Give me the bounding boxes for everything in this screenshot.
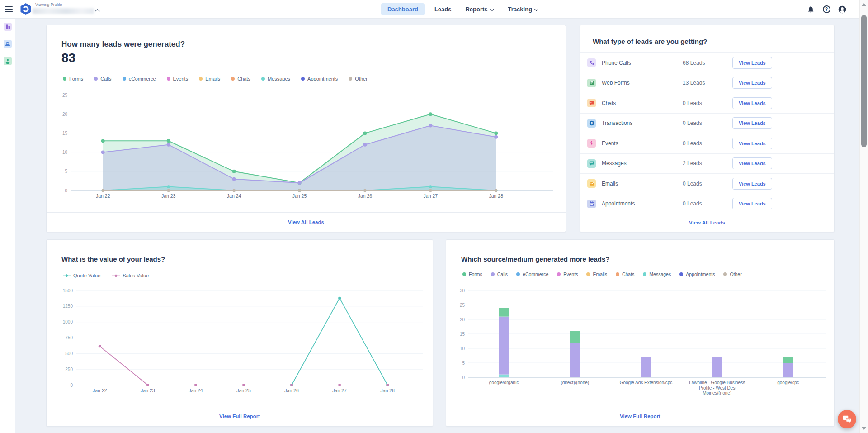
legend-item-events[interactable]: Events — [557, 271, 578, 277]
legend-item-sales-value[interactable]: Sales Value — [112, 271, 149, 280]
lead-type-row-web-forms: Web Forms13 LeadsView Leads — [580, 73, 834, 93]
legend-item-other[interactable]: Other — [349, 76, 368, 81]
legend-label: Calls — [497, 271, 508, 277]
legend-item-messages[interactable]: Messages — [261, 76, 290, 81]
tab-dashboard[interactable]: Dashboard — [381, 3, 425, 15]
svg-text:Lawnline - Google Business: Lawnline - Google Business — [689, 380, 745, 385]
view-leads-button[interactable]: View Leads — [732, 178, 772, 190]
svg-text:5: 5 — [462, 361, 465, 366]
hamburger-menu-icon[interactable] — [5, 6, 13, 12]
svg-text:Jan 25: Jan 25 — [236, 388, 251, 393]
legend-item-chats[interactable]: Chats — [231, 76, 250, 81]
legend-item-forms[interactable]: Forms — [462, 271, 482, 277]
view-leads-button[interactable]: View Leads — [732, 157, 772, 169]
lead-type-label: Messages — [602, 160, 683, 167]
legend-item-other[interactable]: Other — [723, 271, 741, 277]
chevron-up-icon[interactable] — [95, 5, 100, 14]
chat-icon — [587, 99, 596, 107]
legend-label: Forms — [469, 271, 482, 277]
view-leads-button[interactable]: View Leads — [732, 57, 772, 69]
help-icon[interactable]: ? — [822, 5, 831, 14]
sidebar-item-person-icon[interactable] — [4, 57, 12, 65]
legend-item-forms[interactable]: Forms — [63, 76, 83, 81]
legend-dot-icon — [261, 77, 265, 81]
svg-text:25: 25 — [62, 93, 68, 98]
lead-type-count: 0 Leads — [683, 120, 732, 126]
tab-tracking[interactable]: Tracking — [504, 3, 542, 15]
view-all-leads-link[interactable]: View All Leads — [689, 220, 725, 225]
lead-type-row-events: Events0 LeadsView Leads — [580, 133, 834, 153]
legend-label: Forms — [69, 76, 83, 81]
panel-footer: View All Leads — [580, 213, 834, 232]
legend-label: eCommerce — [523, 271, 548, 277]
lead-type-row-messages: Messages2 LeadsView Leads — [580, 153, 834, 174]
svg-text:0: 0 — [462, 375, 465, 380]
panel-footer: View Full Report — [47, 406, 433, 426]
phone-icon — [587, 58, 596, 67]
legend-item-chats[interactable]: Chats — [616, 271, 634, 277]
app-logo-icon[interactable] — [20, 3, 32, 15]
view-leads-button[interactable]: View Leads — [732, 97, 772, 109]
view-leads-button[interactable]: View Leads — [732, 198, 772, 209]
account-avatar-icon[interactable] — [838, 5, 847, 14]
profile-selector[interactable]: Viewing Profile — [35, 2, 62, 7]
tab-reports[interactable]: Reports — [461, 3, 498, 15]
chat-widget-button[interactable] — [838, 410, 856, 428]
view-leads-button[interactable]: View Leads — [732, 138, 772, 149]
legend-item-calls[interactable]: Calls — [491, 271, 508, 277]
notifications-bell-icon[interactable] — [806, 5, 815, 14]
svg-text:Jan 28: Jan 28 — [489, 193, 503, 199]
legend-item-ecommerce[interactable]: eCommerce — [123, 76, 156, 81]
lead-type-label: Emails — [602, 181, 683, 187]
panel-footer: View All Leads — [47, 212, 566, 232]
lead-type-row-transactions: $Transactions0 LeadsView Leads — [580, 113, 834, 133]
transaction-icon: $ — [587, 119, 596, 128]
tab-label: Reports — [465, 6, 487, 13]
chart-source_medium: 051015202530google/organic(direct)/(none… — [453, 281, 828, 399]
svg-text:250: 250 — [65, 367, 73, 372]
top-navbar: Viewing Profile DashboardLeadsReportsTra… — [0, 0, 859, 19]
chevron-down-icon — [534, 6, 538, 13]
svg-text:Jan 25: Jan 25 — [292, 193, 307, 199]
sidebar-item-building-icon[interactable] — [4, 23, 12, 31]
legend-item-appointments[interactable]: Appointments — [679, 271, 715, 277]
chevron-down-icon — [490, 6, 494, 13]
lead-type-label: Transactions — [602, 120, 683, 126]
chart-leads_over_time: 0510152025Jan 22Jan 23Jan 24Jan 25Jan 26… — [56, 86, 555, 202]
lead-type-row-chats: Chats0 LeadsView Leads — [580, 93, 834, 113]
view-leads-button[interactable]: View Leads — [732, 77, 772, 89]
svg-text:500: 500 — [65, 351, 73, 356]
tab-label: Dashboard — [387, 6, 418, 13]
legend-dot-icon — [491, 272, 495, 276]
scroll-up-arrow-icon[interactable] — [862, 3, 866, 6]
view-leads-button[interactable]: View Leads — [732, 117, 772, 129]
svg-text:15: 15 — [460, 332, 465, 337]
legend-dot-icon — [167, 77, 170, 81]
legend-item-events[interactable]: Events — [167, 76, 189, 81]
view-full-report-link[interactable]: View Full Report — [620, 414, 660, 419]
legend-dot-icon — [462, 272, 466, 276]
vertical-scrollbar[interactable] — [859, 0, 868, 433]
scroll-down-arrow-icon[interactable] — [862, 427, 866, 430]
tab-leads[interactable]: Leads — [430, 3, 456, 15]
legend-item-messages[interactable]: Messages — [643, 271, 671, 277]
legend-item-calls[interactable]: Calls — [94, 76, 111, 81]
view-all-leads-link[interactable]: View All Leads — [288, 219, 324, 225]
legend-item-emails[interactable]: Emails — [199, 76, 220, 81]
legend-item-quote-value[interactable]: Quote Value — [63, 271, 100, 280]
svg-text:10: 10 — [460, 346, 465, 351]
legend-item-ecommerce[interactable]: eCommerce — [516, 271, 548, 277]
chart-legend: FormsCallseCommerceEventsEmailsChatsMess… — [462, 271, 742, 277]
svg-text:$: $ — [590, 121, 592, 125]
panel-leads-generated: How many leads were generated? 83 FormsC… — [46, 25, 566, 232]
scrollbar-thumb[interactable] — [861, 15, 867, 147]
legend-item-emails[interactable]: Emails — [586, 271, 607, 277]
sidebar-item-users-icon[interactable] — [4, 40, 12, 48]
legend-dot-icon — [616, 272, 619, 276]
legend-label: Quote Value — [73, 273, 100, 278]
view-full-report-link[interactable]: View Full Report — [219, 414, 260, 419]
legend-item-appointments[interactable]: Appointments — [301, 76, 338, 81]
lead-type-count: 0 Leads — [683, 200, 732, 207]
legend-dot-icon — [94, 77, 98, 81]
lead-value-chart: 0250500750100012501500Jan 22Jan 23Jan 24… — [56, 281, 425, 397]
